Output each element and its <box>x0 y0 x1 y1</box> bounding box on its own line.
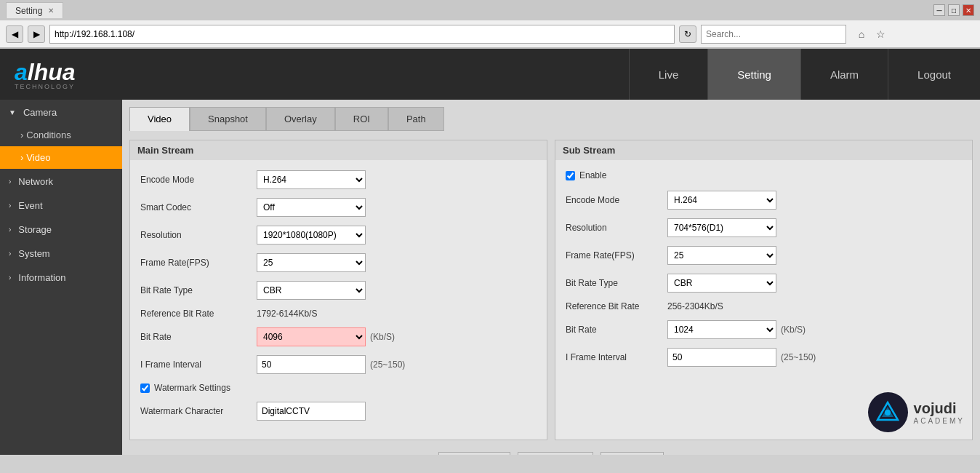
address-bar: ◀ ▶ ↻ ⌂ ☆ <box>0 20 980 48</box>
storage-arrow-icon: › <box>9 226 11 234</box>
reference-bit-rate-value: 1792-6144Kb/S <box>257 309 317 319</box>
bit-rate-type-select[interactable]: CBR VBR <box>257 281 366 300</box>
svg-point-2 <box>885 410 891 416</box>
sub-encode-mode-label: Encode Mode <box>566 195 667 205</box>
frame-rate-label: Frame Rate(FPS) <box>140 258 257 268</box>
bit-rate-row: Bit Rate 4096 2048 1024 (Kb/S) <box>140 327 537 346</box>
sub-resolution-select[interactable]: 704*576(D1) 352*288(CIF) <box>667 218 776 237</box>
minimize-button[interactable]: ─ <box>933 4 945 16</box>
sub-bit-rate-type-label: Bit Rate Type <box>566 278 667 288</box>
maximize-button[interactable]: □ <box>948 4 960 16</box>
watermark-character-label: Watermark Character <box>140 406 257 416</box>
vojudi-brand-text: vojudi <box>914 400 965 417</box>
tab-snapshot[interactable]: Snapshot <box>190 107 266 131</box>
smart-codec-label: Smart Codec <box>140 202 257 212</box>
star-icon[interactable]: ☆ <box>872 26 888 42</box>
sidebar-storage-label: Storage <box>18 224 52 235</box>
sub-frame-rate-label: Frame Rate(FPS) <box>566 250 667 261</box>
vojudi-watermark: vojudi ACADEMY <box>868 392 965 432</box>
sidebar-item-video[interactable]: › Video <box>0 146 122 169</box>
resolution-row: Resolution 1920*1080(1080P) 1280*720(720… <box>140 226 537 245</box>
bit-rate-select[interactable]: 4096 2048 1024 <box>257 327 366 346</box>
sub-reference-bit-rate-value: 256-2304Kb/S <box>667 301 723 311</box>
reference-bit-rate-row: Reference Bit Rate 1792-6144Kb/S <box>140 309 537 319</box>
tab-path[interactable]: Path <box>388 107 444 131</box>
sidebar: ▼ Camera › Conditions › Video › Network … <box>0 100 122 455</box>
sub-resolution-label: Resolution <box>566 223 667 233</box>
logo-area: alhua TECHNOLOGY <box>0 59 90 90</box>
enable-row: Enable <box>566 170 962 180</box>
i-frame-interval-input[interactable] <box>257 355 366 374</box>
bit-rate-unit: (Kb/S) <box>370 332 395 342</box>
bit-rate-type-row: Bit Rate Type CBR VBR <box>140 281 537 300</box>
sidebar-section-information[interactable]: › Information <box>0 265 122 289</box>
sidebar-system-label: System <box>18 248 49 259</box>
sub-stream-panel: Sub Stream Enable Encode Mode H.264 H.26… <box>555 140 973 440</box>
watermark-checkbox[interactable] <box>140 383 150 393</box>
vojudi-logo-icon <box>875 400 901 426</box>
title-bar: Setting ✕ ─ □ ✕ <box>0 0 980 20</box>
sub-i-frame-interval-input[interactable] <box>667 348 776 367</box>
sidebar-item-conditions[interactable]: › Conditions <box>0 124 122 146</box>
app-nav: Live Setting Alarm Logout <box>629 49 980 100</box>
sidebar-section-system[interactable]: › System <box>0 241 122 265</box>
sidebar-section-storage[interactable]: › Storage <box>0 217 122 241</box>
nav-setting[interactable]: Setting <box>707 49 800 100</box>
bit-rate-label: Bit Rate <box>140 332 257 342</box>
sidebar-section-camera[interactable]: ▼ Camera <box>0 100 122 124</box>
encode-mode-select[interactable]: H.264 H.265 MJPEG <box>257 170 366 189</box>
system-arrow-icon: › <box>9 250 11 258</box>
sub-reference-bit-rate-row: Reference Bit Rate 256-2304Kb/S <box>566 301 962 311</box>
close-button[interactable]: ✕ <box>963 4 974 16</box>
nav-live[interactable]: Live <box>629 49 708 100</box>
sub-bit-rate-unit: (Kb/S) <box>781 325 806 335</box>
enable-label: Enable <box>579 170 606 180</box>
vojudi-text-area: vojudi ACADEMY <box>914 400 965 425</box>
tab-overlay[interactable]: Overlay <box>266 107 335 131</box>
sub-frame-rate-select[interactable]: 25 15 10 <box>667 246 776 265</box>
back-button[interactable]: ◀ <box>6 25 23 43</box>
sub-i-frame-interval-label: I Frame Interval <box>566 352 667 362</box>
address-input[interactable] <box>49 25 675 44</box>
tab-roi[interactable]: ROI <box>335 107 388 131</box>
watermark-character-row: Watermark Character <box>140 402 537 421</box>
sub-resolution-row: Resolution 704*576(D1) 352*288(CIF) <box>566 218 962 237</box>
browser-tab[interactable]: Setting ✕ <box>6 2 63 18</box>
sub-encode-mode-select[interactable]: H.264 H.265 <box>667 191 776 210</box>
watermark-settings-label: Watermark Settings <box>154 383 230 393</box>
reference-bit-rate-label: Reference Bit Rate <box>140 309 257 319</box>
app-header: alhua TECHNOLOGY Live Setting Alarm Logo… <box>0 49 980 100</box>
sub-bit-rate-type-select[interactable]: CBR VBR <box>667 274 776 293</box>
forward-button[interactable]: ▶ <box>28 25 45 43</box>
nav-alarm[interactable]: Alarm <box>800 49 888 100</box>
nav-logout[interactable]: Logout <box>888 49 980 100</box>
sub-stream-title: Sub Stream <box>555 140 972 160</box>
sub-i-frame-interval-range: (25~150) <box>781 352 816 362</box>
tab-video[interactable]: Video <box>129 107 190 131</box>
enable-checkbox[interactable] <box>566 171 575 180</box>
refresh-button[interactable]: Refresh <box>518 452 593 455</box>
default-button[interactable]: Default <box>438 452 510 455</box>
home-icon[interactable]: ⌂ <box>854 26 869 42</box>
app-body: ▼ Camera › Conditions › Video › Network … <box>0 100 980 455</box>
close-tab-icon[interactable]: ✕ <box>48 7 54 15</box>
resolution-label: Resolution <box>140 230 257 240</box>
event-arrow-icon: › <box>9 202 11 210</box>
logo-sub: TECHNOLOGY <box>15 83 76 90</box>
refresh-button[interactable]: ↻ <box>679 25 696 43</box>
vojudi-logo-circle <box>868 392 908 432</box>
sub-bit-rate-row: Bit Rate 1024 512 256 (Kb/S) <box>566 320 962 339</box>
frame-rate-select[interactable]: 25 30 15 <box>257 253 366 272</box>
search-input[interactable] <box>701 25 846 44</box>
sidebar-network-label: Network <box>18 176 53 187</box>
sidebar-section-network[interactable]: › Network <box>0 169 122 193</box>
network-arrow-icon: › <box>9 178 11 186</box>
conditions-arrow-icon: › <box>20 130 23 140</box>
smart-codec-select[interactable]: Off On <box>257 198 366 217</box>
sub-bit-rate-select[interactable]: 1024 512 256 <box>667 320 776 339</box>
resolution-select[interactable]: 1920*1080(1080P) 1280*720(720P) 704*576(… <box>257 226 366 245</box>
watermark-character-input[interactable] <box>257 402 366 421</box>
save-button[interactable]: Save <box>601 452 664 455</box>
sidebar-section-event[interactable]: › Event <box>0 193 122 217</box>
sidebar-information-label: Information <box>18 272 65 283</box>
